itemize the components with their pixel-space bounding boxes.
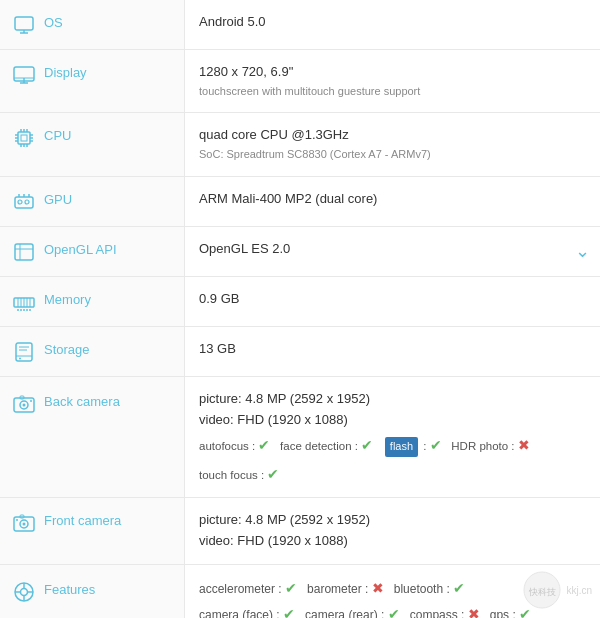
barometer-cross: ✖ <box>372 580 384 596</box>
back-camera-value: picture: 4.8 MP (2592 x 1952) video: FHD… <box>185 377 600 498</box>
bluetooth-check: ✔ <box>453 580 465 596</box>
cpu-main: quad core CPU @1.3GHz <box>199 125 586 146</box>
label-cell-os: OS <box>0 0 185 49</box>
storage-value: 13 GB <box>185 327 600 376</box>
display-icon <box>12 63 36 87</box>
memory-icon <box>12 290 36 314</box>
compass-cross: ✖ <box>468 606 480 618</box>
display-value: 1280 x 720, 6.9" touchscreen with multit… <box>185 50 600 112</box>
os-value: Android 5.0 <box>185 0 600 49</box>
storage-main: 13 GB <box>199 339 586 360</box>
gpu-main: ARM Mali-400 MP2 (dual core) <box>199 189 586 210</box>
svg-point-43 <box>19 357 21 359</box>
features-label: Features <box>44 579 95 599</box>
row-storage: Storage 13 GB <box>0 327 600 377</box>
storage-icon <box>12 340 36 364</box>
camera-face-check: ✔ <box>283 606 295 618</box>
display-main: 1280 x 720, 6.9" <box>199 62 586 83</box>
display-label: Display <box>44 62 87 82</box>
back-camera-video: video: FHD (1920 x 1088) <box>199 410 586 431</box>
front-camera-icon <box>12 511 36 535</box>
svg-point-57 <box>21 588 28 595</box>
svg-point-55 <box>16 519 18 521</box>
flash-check: ✔ <box>430 437 442 453</box>
back-camera-features-line2: touch focus : ✔ <box>199 463 586 485</box>
row-front-camera: Front camera picture: 4.8 MP (2592 x 195… <box>0 498 600 565</box>
touch-focus-check: ✔ <box>267 466 279 482</box>
back-camera-label: Back camera <box>44 391 120 411</box>
svg-rect-0 <box>15 17 33 30</box>
front-camera-label: Front camera <box>44 510 121 530</box>
opengl-value: OpenGL ES 2.0 ⌄ <box>185 227 600 276</box>
svg-point-53 <box>23 523 26 526</box>
label-cell-storage: Storage <box>0 327 185 376</box>
memory-value: 0.9 GB <box>185 277 600 326</box>
opengl-icon <box>12 240 36 264</box>
spec-container: OS Android 5.0 Display 1280 x 720, 6.9" … <box>0 0 600 618</box>
gpu-label: GPU <box>44 189 72 209</box>
svg-point-48 <box>23 403 26 406</box>
label-cell-features: Features <box>0 565 185 618</box>
watermark-text: kkj.cn <box>566 585 592 596</box>
row-features: Features accelerometer : ✔ barometer : ✖… <box>0 565 600 618</box>
camera-rear-check: ✔ <box>388 606 400 618</box>
opengl-label: OpenGL API <box>44 239 117 259</box>
dropdown-arrow-icon[interactable]: ⌄ <box>575 237 590 266</box>
features-icon <box>12 580 36 604</box>
row-memory: Memory 0.9 GB <box>0 277 600 327</box>
cpu-sub: SoC: Spreadtrum SC8830 (Cortex A7 - ARMv… <box>199 146 586 164</box>
svg-rect-27 <box>15 244 33 260</box>
front-camera-main: picture: 4.8 MP (2592 x 1952) <box>199 510 586 531</box>
memory-label: Memory <box>44 289 91 309</box>
row-opengl: OpenGL API OpenGL ES 2.0 ⌄ <box>0 227 600 277</box>
svg-text:快科技: 快科技 <box>528 587 556 597</box>
svg-point-22 <box>18 200 22 204</box>
label-cell-cpu: CPU <box>0 113 185 175</box>
row-display: Display 1280 x 720, 6.9" touchscreen wit… <box>0 50 600 113</box>
row-os: OS Android 5.0 <box>0 0 600 50</box>
memory-main: 0.9 GB <box>199 289 586 310</box>
cpu-label: CPU <box>44 125 71 145</box>
watermark: 快科技 kkj.cn <box>522 570 592 610</box>
row-back-camera: Back camera picture: 4.8 MP (2592 x 1952… <box>0 377 600 499</box>
back-camera-icon <box>12 392 36 416</box>
cpu-value: quad core CPU @1.3GHz SoC: Spreadtrum SC… <box>185 113 600 175</box>
autofocus-check: ✔ <box>258 437 270 453</box>
hdr-cross: ✖ <box>518 437 530 453</box>
label-cell-front-camera: Front camera <box>0 498 185 564</box>
storage-label: Storage <box>44 339 90 359</box>
label-cell-display: Display <box>0 50 185 112</box>
os-icon <box>12 13 36 37</box>
opengl-main: OpenGL ES 2.0 <box>199 239 586 260</box>
watermark-logo: 快科技 <box>522 570 562 610</box>
front-camera-value: picture: 4.8 MP (2592 x 1952) video: FHD… <box>185 498 600 564</box>
svg-point-23 <box>25 200 29 204</box>
os-label: OS <box>44 12 63 32</box>
svg-rect-7 <box>18 132 30 144</box>
display-sub: touchscreen with multitouch guesture sup… <box>199 83 586 101</box>
back-camera-features-line1: autofocus : ✔ face detection : ✔ flash :… <box>199 434 586 457</box>
label-cell-opengl: OpenGL API <box>0 227 185 276</box>
flash-badge: flash <box>385 437 418 457</box>
back-camera-main: picture: 4.8 MP (2592 x 1952) <box>199 389 586 410</box>
svg-point-50 <box>30 400 32 402</box>
cpu-icon <box>12 126 36 150</box>
accelerometer-check: ✔ <box>285 580 297 596</box>
front-camera-video: video: FHD (1920 x 1088) <box>199 531 586 552</box>
gpu-icon <box>12 190 36 214</box>
svg-rect-8 <box>21 135 27 141</box>
face-detection-check: ✔ <box>361 437 373 453</box>
label-cell-back-camera: Back camera <box>0 377 185 498</box>
os-main: Android 5.0 <box>199 12 586 33</box>
row-cpu: CPU quad core CPU @1.3GHz SoC: Spreadtru… <box>0 113 600 176</box>
gpu-value: ARM Mali-400 MP2 (dual core) <box>185 177 600 226</box>
label-cell-memory: Memory <box>0 277 185 326</box>
row-gpu: GPU ARM Mali-400 MP2 (dual core) <box>0 177 600 227</box>
svg-rect-41 <box>16 343 32 361</box>
label-cell-gpu: GPU <box>0 177 185 226</box>
